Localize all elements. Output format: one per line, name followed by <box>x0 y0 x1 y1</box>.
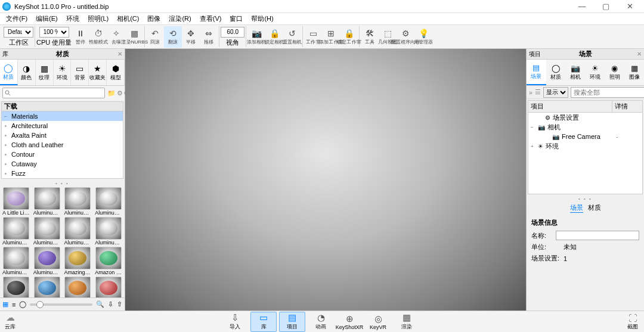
project-tab-场景[interactable]: ▤场景 <box>527 60 546 85</box>
library-tab-环境[interactable]: ☀环境 <box>54 60 72 85</box>
lock-camera-button[interactable]: 🔒锁定相机 <box>265 26 283 48</box>
material-thumb[interactable]: Amazon M... <box>94 247 123 275</box>
splitter[interactable]: • • • <box>0 180 125 186</box>
library-tab-颜色[interactable]: ◑颜色 <box>18 60 36 85</box>
close-button[interactable]: ✕ <box>618 0 642 13</box>
expand-icon[interactable]: + <box>4 162 9 167</box>
undo-button[interactable]: ↶回滚 <box>146 26 164 48</box>
folder-icon[interactable]: 📁 <box>107 89 116 97</box>
scene-tree-item[interactable]: 📷Free Camera- <box>528 132 642 141</box>
list-view-icon[interactable]: ≡ <box>12 301 16 308</box>
display-select[interactable]: 显示 <box>543 87 568 98</box>
tumble-button[interactable]: ⟲翻滚 <box>164 26 182 48</box>
thumb-size-slider[interactable] <box>30 303 92 306</box>
material-thumb[interactable]: Anodized ... <box>94 277 123 297</box>
library-close-button[interactable]: ✕ <box>117 51 122 57</box>
material-thumb[interactable]: Aluminum ... <box>1 217 31 246</box>
tree-item[interactable]: +Cutaway <box>2 159 123 169</box>
bottom-导入-button[interactable]: ⇩导入 <box>222 312 248 332</box>
menu-item[interactable]: 查看(V) <box>196 13 225 24</box>
expand-icon[interactable]: + <box>4 171 9 176</box>
pause-button[interactable]: ⏸暂停 <box>72 26 89 48</box>
material-thumb[interactable]: Aluminum ... <box>94 187 123 216</box>
material-thumb[interactable]: Aluminum ... <box>63 187 93 216</box>
grid-view-icon[interactable]: ▦ <box>2 300 8 308</box>
bottom-动画-button[interactable]: ◔动画 <box>308 312 334 332</box>
project-tab-图像[interactable]: ▦图像 <box>624 60 644 85</box>
material-thumb[interactable]: A Little Lila... <box>1 187 31 216</box>
filter-icon[interactable]: ☰ <box>535 88 541 96</box>
menu-item[interactable]: 渲染(R) <box>165 13 194 24</box>
nurbs-button[interactable]: ▦渲染NURBS <box>125 26 143 48</box>
fov-input[interactable] <box>221 27 244 38</box>
expand-icon[interactable]: + <box>4 142 9 148</box>
expand-icon[interactable]: + <box>4 133 9 138</box>
scene-tree[interactable]: 项目 详情 ⚙场景设置−📷相机📷Free Camera-+☀环境 <box>528 100 643 194</box>
library-search-input[interactable] <box>2 88 105 98</box>
library-tab-收藏夹[interactable]: ★收藏夹 <box>89 60 107 85</box>
bottom-项目-button[interactable]: ▤项目 <box>279 312 305 332</box>
folder-gear-icon[interactable]: ⚙ <box>117 89 123 97</box>
material-thumb[interactable]: Aluminum ... <box>32 217 62 246</box>
tree-item[interactable]: +Gem Stones <box>2 178 123 179</box>
maximize-button[interactable]: ▢ <box>594 0 618 13</box>
export-icon[interactable]: ⇧ <box>117 300 122 308</box>
scene-tree-item[interactable]: +☀环境 <box>528 141 642 151</box>
render-viewport[interactable] <box>125 49 526 311</box>
library-tab-材质[interactable]: ◯材质 <box>0 60 18 85</box>
scene-search-input[interactable] <box>571 87 644 98</box>
tools-button[interactable]: 🛠工具 <box>361 26 379 48</box>
tree-item[interactable]: +Axalta Paint <box>2 131 123 140</box>
expand-icon[interactable]: + <box>4 123 9 129</box>
project-close-button[interactable]: ✕ <box>637 51 642 57</box>
material-thumb[interactable]: Anodized ... <box>1 277 31 297</box>
material-tree[interactable]: 下载 −Materials+Architectural+Axalta Paint… <box>1 101 123 179</box>
library-tab-背景[interactable]: ▭背景 <box>71 60 89 85</box>
material-thumb[interactable]: Aluminum ... <box>63 217 93 246</box>
material-thumb[interactable]: Anodized ... <box>32 277 62 297</box>
collapse-icon[interactable]: » <box>529 89 532 96</box>
library-tab-纹理[interactable]: ▦纹理 <box>36 60 54 85</box>
menu-item[interactable]: 环境 <box>63 13 83 24</box>
minimize-button[interactable]: — <box>570 0 594 13</box>
reset-camera-button[interactable]: ↺重置相机 <box>283 26 301 48</box>
expand-icon[interactable]: + <box>4 152 9 157</box>
tree-item[interactable]: −Materials <box>2 111 123 121</box>
expand-icon[interactable]: + <box>531 144 535 149</box>
menu-item[interactable]: 相机(C) <box>113 13 143 24</box>
bottom-渲染-button[interactable]: ▦渲染 <box>394 312 420 332</box>
material-thumb[interactable]: Aluminum ... <box>94 217 123 246</box>
material-thumb[interactable]: Aluminum ... <box>1 247 31 275</box>
add-camera-button[interactable]: 📷添加相机 <box>247 26 265 48</box>
import-icon[interactable]: ⇩ <box>108 300 113 308</box>
dolly-button[interactable]: ⇔推移 <box>200 26 218 48</box>
menu-item[interactable]: 窗口 <box>226 13 246 24</box>
cloud-icon[interactable]: ☁ <box>6 312 15 323</box>
material-thumb[interactable]: Aluminum ... <box>32 187 62 216</box>
scene-tree-item[interactable]: ⚙场景设置 <box>528 113 642 122</box>
bottom-KeyVR-button[interactable]: ◎KeyVR <box>365 312 391 332</box>
menu-item[interactable]: 文件(F) <box>2 13 31 24</box>
tree-item[interactable]: +Fuzz <box>2 169 123 178</box>
cpu-select[interactable]: 100 % <box>39 27 69 38</box>
bottom-库-button[interactable]: ▭库 <box>250 312 277 332</box>
material-thumb[interactable]: Amazing G... <box>63 247 93 275</box>
menu-item[interactable]: 帮助(H) <box>247 13 277 24</box>
search-icon[interactable]: 🔍 <box>96 300 104 308</box>
menu-item[interactable]: 照明(L) <box>84 13 112 24</box>
project-tab-材质[interactable]: ◯材质 <box>546 60 566 85</box>
config-wizard-button[interactable]: ⚙配置程序向导 <box>397 26 414 48</box>
pan-button[interactable]: ✥平移 <box>182 26 200 48</box>
project-tab-环境[interactable]: ☀环境 <box>585 60 605 85</box>
scene-tree-item[interactable]: −📷相机 <box>528 122 642 132</box>
perf-button[interactable]: ⏱性能模式 <box>89 26 107 48</box>
scene-subtab[interactable]: 场景 <box>570 203 583 213</box>
lock-studio-button[interactable]: 🔒锁定工作室 <box>340 26 358 48</box>
material-thumb[interactable]: Aluminum ... <box>32 247 62 275</box>
scene-subtab[interactable]: 材质 <box>588 203 601 213</box>
menu-item[interactable]: 编辑(E) <box>32 13 61 24</box>
scene-name-input[interactable] <box>556 231 639 240</box>
expand-icon[interactable]: − <box>531 125 535 130</box>
material-thumb[interactable]: Anodized ... <box>63 277 93 297</box>
tree-item[interactable]: +Contour <box>2 150 123 159</box>
